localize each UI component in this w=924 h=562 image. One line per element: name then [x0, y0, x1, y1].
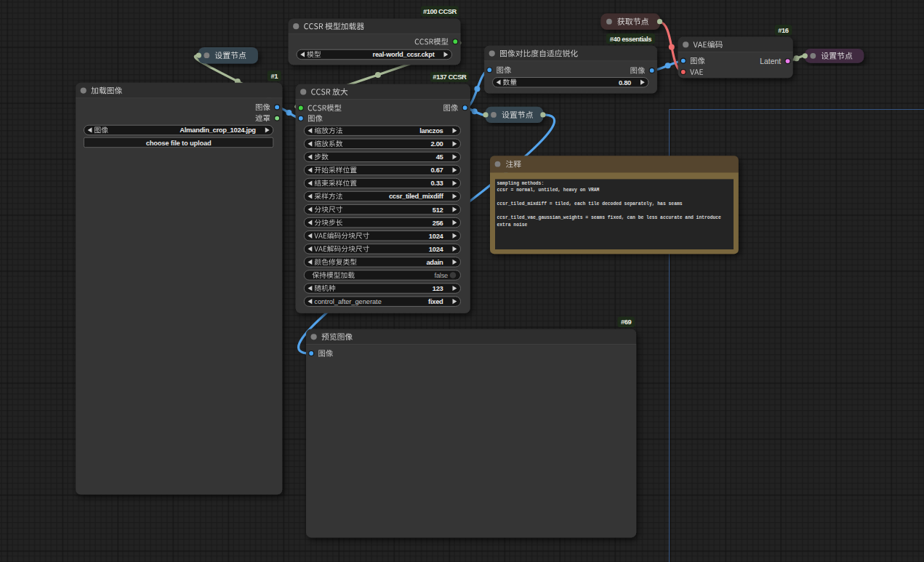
svg-text:fixed: fixed	[428, 298, 443, 305]
svg-text:real-world_ccsr.ckpt: real-world_ccsr.ckpt	[373, 51, 435, 58]
svg-text:ccsr_tiled_mixdiff: ccsr_tiled_mixdiff	[389, 193, 444, 200]
svg-text:256: 256	[433, 220, 443, 227]
svg-text:extra noise: extra noise	[497, 222, 528, 228]
svg-text:ccsr = normal, untiled, heavy: ccsr = normal, untiled, heavy on VRAM	[497, 188, 600, 193]
svg-text:#40 essentials: #40 essentials	[610, 35, 652, 43]
svg-text:adain: adain	[426, 259, 443, 266]
svg-text:0.33: 0.33	[430, 180, 443, 187]
svg-text:ccsr_tiled_mixdiff = tiled, ea: ccsr_tiled_mixdiff = tiled, each tile de…	[497, 201, 683, 206]
svg-text:0.67: 0.67	[430, 166, 443, 174]
svg-text:1024: 1024	[429, 233, 444, 240]
svg-text:control_after_generate: control_after_generate	[314, 298, 381, 305]
svg-text:#69: #69	[621, 318, 632, 326]
svg-text:2.00: 2.00	[430, 140, 443, 148]
svg-text:1024: 1024	[429, 246, 444, 253]
svg-text:choose file to upload: choose file to upload	[146, 140, 212, 147]
svg-text:Almandin_crop_1024.jpg: Almandin_crop_1024.jpg	[180, 127, 256, 134]
svg-text:lanczos: lanczos	[419, 127, 443, 135]
svg-text:512: 512	[433, 206, 443, 214]
svg-text:45: 45	[436, 153, 443, 161]
svg-text:false: false	[435, 272, 448, 279]
svg-text:Latent: Latent	[760, 57, 781, 65]
svg-text:#137 CCSR: #137 CCSR	[433, 73, 467, 81]
svg-text:#1: #1	[270, 72, 278, 80]
svg-text:sampling methods:: sampling methods:	[497, 181, 545, 186]
svg-text:123: 123	[433, 285, 443, 292]
svg-text:0.80: 0.80	[619, 79, 631, 87]
svg-text:#100 CCSR: #100 CCSR	[423, 7, 457, 15]
svg-text:ccsr_tiled_vae_gaussian_weight: ccsr_tiled_vae_gaussian_weights = seams …	[497, 215, 722, 220]
svg-text:#16: #16	[778, 26, 789, 34]
